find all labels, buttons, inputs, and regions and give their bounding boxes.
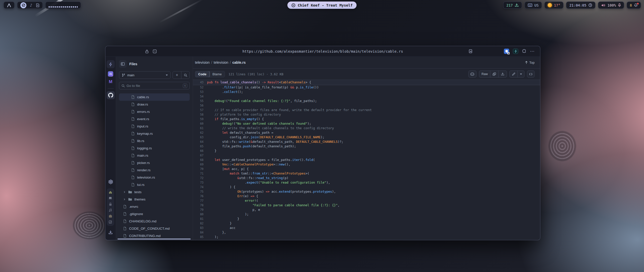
line-number[interactable]: 53 xyxy=(193,90,204,94)
code-line-57[interactable]: 57 // If no cable provider files are fou… xyxy=(193,108,540,112)
pinned-tab-calendar[interactable]: 31 xyxy=(107,70,115,78)
tree-file-CHANGELOG.md[interactable]: CHANGELOG.md xyxy=(119,218,190,225)
code-line-67[interactable]: 67 xyxy=(193,153,540,158)
bookmark-tab-icon[interactable] xyxy=(469,49,473,53)
chevron-right-icon[interactable] xyxy=(123,198,126,201)
url-bar[interactable]: https://github.com/alexpasmantier/televi… xyxy=(243,49,403,53)
notifications-module[interactable]: 8 xyxy=(627,2,641,9)
tree-file-logging.rs[interactable]: logging.rs xyxy=(119,145,190,152)
raw-button[interactable]: Raw xyxy=(479,71,490,77)
tree-file-picker.rs[interactable]: picker.rs xyxy=(119,159,190,166)
line-number[interactable]: 43 xyxy=(193,80,204,85)
tree-file-tui.rs[interactable]: tui.rs xyxy=(119,181,190,188)
document-app-icon[interactable] xyxy=(36,3,39,7)
code-line-59[interactable]: 59 if file_paths.is_empty() { xyxy=(193,117,540,121)
tree-file-.envrc[interactable]: .envrc xyxy=(119,203,190,210)
tree-file-CODE_OF_CONDUCT.md[interactable]: CODE_OF_CONDUCT.md xyxy=(119,225,190,232)
code-line-63[interactable]: 63 config_dir.join(DEFAULT_CABLE_CHANNEL… xyxy=(193,135,540,140)
breadcrumb-dir-link[interactable]: television xyxy=(214,60,228,64)
code-line-74[interactable]: 74 ) { xyxy=(193,185,540,189)
tree-folder-tests[interactable]: tests xyxy=(119,188,190,196)
code-line-86[interactable]: 86 xyxy=(193,239,540,240)
copy-raw-button[interactable] xyxy=(490,71,498,77)
workspace-music-icon[interactable] xyxy=(109,209,112,212)
line-number[interactable]: 54 xyxy=(193,94,204,99)
weather-module[interactable]: 17° xyxy=(544,2,564,9)
workspace-home-icon[interactable] xyxy=(109,191,112,194)
line-number[interactable]: 69 xyxy=(193,162,204,167)
code-line-62[interactable]: 62 let default_channels_path = xyxy=(193,130,540,135)
line-number[interactable]: 85 xyxy=(193,235,204,239)
code-line-77[interactable]: 77 error!( xyxy=(193,198,540,203)
code-line-58[interactable]: 58 // platform to the config directory xyxy=(193,112,540,117)
code-line-83[interactable]: 83 acc xyxy=(193,226,540,230)
code-line-54[interactable]: 54 xyxy=(193,94,540,99)
now-playing-pill[interactable]: Chief Keef - Treat Myself xyxy=(287,2,356,9)
edit-dropdown-button[interactable] xyxy=(517,71,524,77)
volume-module[interactable]: 100% xyxy=(598,2,624,9)
tree-file-lib.rs[interactable]: lib.rs xyxy=(119,137,190,145)
code-line-80[interactable]: 80 ); xyxy=(193,212,540,217)
tree-file-main.rs[interactable]: main.rs xyxy=(119,152,190,159)
lock-icon[interactable] xyxy=(145,49,149,53)
code-line-85[interactable]: 85 ); xyxy=(193,235,540,239)
code-line-72[interactable]: 72 &std::fs::read_to_string(p) xyxy=(193,176,540,180)
code-line-70[interactable]: 70 |mut acc, p| { xyxy=(193,167,540,171)
tree-file-render.rs[interactable]: render.rs xyxy=(119,166,190,174)
line-number[interactable]: 64 xyxy=(193,140,204,144)
line-number[interactable]: 70 xyxy=(193,167,204,171)
tree-folder-themes[interactable]: themes xyxy=(119,196,190,203)
line-number[interactable]: 59 xyxy=(193,117,204,121)
workspace-switcher-icon[interactable] xyxy=(107,178,115,186)
code-line-43[interactable]: 43pub fn load_cable_channels() -> Result… xyxy=(193,80,540,85)
line-number[interactable]: 78 xyxy=(193,203,204,208)
code-line-71[interactable]: 71 match toml::from_str::<ChannelPrototy… xyxy=(193,171,540,176)
workspace-briefcase-icon[interactable] xyxy=(109,215,112,218)
tree-file-television.rs[interactable]: television.rs xyxy=(119,174,190,181)
line-number[interactable]: 63 xyxy=(193,135,204,140)
add-file-button[interactable]: + xyxy=(173,72,181,79)
code-line-84[interactable]: 84 }, xyxy=(193,230,540,235)
line-number[interactable]: 55 xyxy=(193,99,204,103)
workspace-laptop-icon[interactable] xyxy=(108,197,112,200)
code-symbols-button[interactable] xyxy=(527,71,535,78)
lightning-extension-icon[interactable] xyxy=(513,49,518,54)
pinned-tab-mail[interactable]: M xyxy=(107,78,115,86)
workspace-notes-icon[interactable] xyxy=(109,220,112,224)
edit-pencil-button[interactable] xyxy=(510,71,517,77)
line-number[interactable]: 80 xyxy=(193,212,204,217)
downloads-icon[interactable] xyxy=(107,228,115,236)
code-line-55[interactable]: 55 debug!("Found cable channel files: {:… xyxy=(193,99,540,103)
line-number[interactable]: 73 xyxy=(193,180,204,185)
tab-blame[interactable]: Blame xyxy=(210,71,225,77)
tree-file-keymap.rs[interactable]: keymap.rs xyxy=(119,130,190,137)
line-number[interactable]: 86 xyxy=(193,239,204,240)
code-line-64[interactable]: 64 std::fs::write(&default_channels_path… xyxy=(193,140,540,144)
line-number[interactable]: 77 xyxy=(193,198,204,203)
tree-file-cable.rs[interactable]: cable.rs xyxy=(119,93,190,101)
line-number[interactable]: 84 xyxy=(193,230,204,235)
code-line-79[interactable]: 79 p, e xyxy=(193,208,540,212)
tab-github-active[interactable] xyxy=(107,91,115,99)
keyboard-layout-module[interactable]: US xyxy=(525,2,542,9)
branch-selector[interactable]: main xyxy=(119,71,171,79)
chevron-right-icon[interactable] xyxy=(123,191,126,193)
pinned-tab-lightning[interactable] xyxy=(107,60,115,68)
code-line-66[interactable]: 66 } xyxy=(193,149,540,153)
tree-file-input.rs[interactable]: input.rs xyxy=(119,123,190,130)
code-line-78[interactable]: 78 "Failed to parse cable channel file {… xyxy=(193,203,540,208)
tree-file-errors.rs[interactable]: errors.rs xyxy=(119,108,190,115)
browser-menu-icon[interactable]: ⋯ xyxy=(530,49,535,54)
line-number[interactable]: 83 xyxy=(193,226,204,230)
extension-grid-icon[interactable] xyxy=(153,49,157,53)
code-line-68[interactable]: 68 let user_defined_prototypes = file_pa… xyxy=(193,158,540,162)
line-number[interactable]: 74 xyxy=(193,185,204,189)
code-sticky[interactable]: 43pub fn load_cable_channels() -> Result… xyxy=(193,80,540,85)
code-line-73[interactable]: 73 .expect("Unable to read configuration… xyxy=(193,180,540,185)
code-line-60[interactable]: 60 debug!("No user defined cable channel… xyxy=(193,121,540,126)
collapse-sidebar-button[interactable] xyxy=(119,60,127,68)
line-number[interactable]: 57 xyxy=(193,108,204,112)
network-module[interactable]: 217 xyxy=(503,2,522,9)
workspace-lock-icon[interactable] xyxy=(109,202,112,206)
line-number[interactable]: 71 xyxy=(193,171,204,176)
